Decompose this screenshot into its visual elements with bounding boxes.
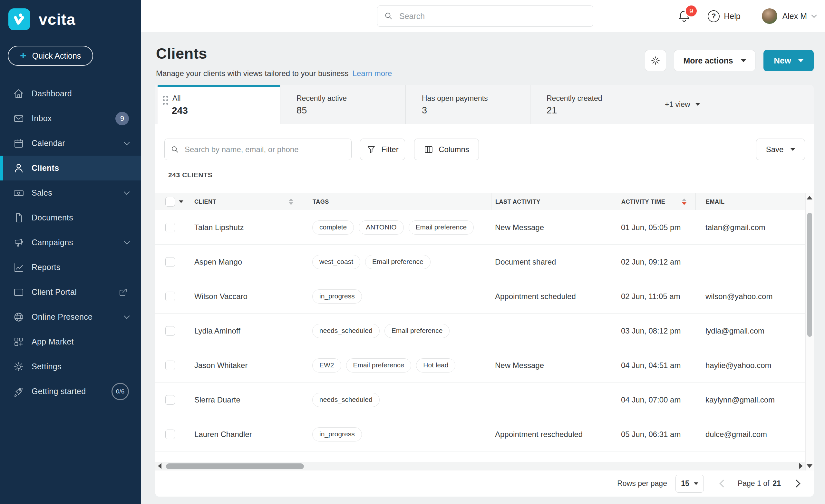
row-checkbox[interactable] (165, 223, 175, 232)
row-checkbox[interactable] (165, 326, 175, 336)
table-row[interactable]: Wilson Vaccaro in_progress Appointment s… (155, 279, 805, 313)
last-activity: New Message (491, 210, 611, 244)
view-settings-button[interactable] (645, 50, 666, 71)
quick-actions-button[interactable]: + Quick Actions (8, 46, 93, 66)
vcita-logo-icon (8, 8, 30, 30)
client-name[interactable]: Jason Whitaker (189, 348, 298, 382)
client-name[interactable]: Aspen Mango (189, 244, 298, 279)
views-tabstrip: All 243 Recently active 85 Has open paym… (155, 85, 814, 124)
brand-logo[interactable]: vcita (0, 0, 141, 30)
tag-pill: Hot lead (416, 358, 455, 372)
app-root: vcita + Quick Actions Dashboard Inbox 9 … (0, 0, 825, 504)
global-search[interactable] (377, 5, 593, 27)
column-header-activity-time[interactable]: ACTIVITY TIME (611, 193, 695, 210)
column-header-client[interactable]: CLIENT (189, 193, 298, 210)
select-options-caret[interactable] (179, 201, 183, 203)
row-checkbox[interactable] (165, 395, 175, 405)
horizontal-scrollbar[interactable] (155, 462, 805, 471)
sort-icon[interactable] (289, 199, 293, 205)
help-button[interactable]: ? Help (708, 10, 740, 22)
calendar-icon (13, 138, 24, 149)
sidebar-item-settings[interactable]: Settings (0, 354, 141, 379)
rows-per-page-select[interactable]: 15 (675, 475, 704, 493)
sidebar-item-reports[interactable]: Reports (0, 255, 141, 280)
scroll-right-arrow-icon[interactable] (799, 463, 803, 469)
client-search[interactable] (164, 139, 352, 160)
sidebar-item-client-portal[interactable]: Client Portal (0, 280, 141, 304)
client-name[interactable]: Lauren Chandler (189, 417, 298, 451)
scroll-up-arrow-icon[interactable] (807, 196, 812, 200)
column-header-email[interactable]: EMAIL (695, 193, 805, 210)
learn-more-link[interactable]: Learn more (353, 69, 392, 78)
home-icon (13, 88, 24, 99)
filter-button[interactable]: Filter (360, 139, 405, 160)
table-row[interactable]: Jason Whitaker EW2 Email preference Hot … (155, 348, 805, 382)
row-checkbox[interactable] (165, 430, 175, 439)
horizontal-scrollbar-thumb[interactable] (166, 463, 304, 469)
rocket-icon (13, 386, 24, 397)
activity-time: 05 Jun, 06:31 am (611, 417, 695, 451)
table-row[interactable]: Sierra Duarte needs_scheduled 04 Jun, 07… (155, 382, 805, 417)
sidebar-item-online-presence[interactable]: Online Presence (0, 304, 141, 329)
client-search-input[interactable] (185, 145, 346, 154)
scroll-down-arrow-icon[interactable] (807, 464, 812, 468)
next-page-button[interactable] (793, 480, 800, 487)
drag-handle-icon[interactable] (163, 96, 168, 105)
scroll-left-arrow-icon[interactable] (158, 463, 161, 469)
plus-icon: + (20, 50, 26, 61)
sidebar-item-campaigns[interactable]: Campaigns (0, 230, 141, 255)
column-header-last-activity[interactable]: LAST ACTIVITY (491, 193, 611, 210)
sidebar-item-documents[interactable]: Documents (0, 205, 141, 230)
tag-pill: in_progress (312, 427, 362, 441)
sidebar-item-calendar[interactable]: Calendar (0, 131, 141, 156)
sidebar-item-sales[interactable]: Sales (0, 181, 141, 205)
vertical-scrollbar[interactable] (805, 193, 814, 471)
more-actions-button[interactable]: More actions (674, 50, 755, 71)
columns-button[interactable]: Columns (414, 139, 479, 160)
last-activity (491, 313, 611, 348)
row-checkbox[interactable] (165, 292, 175, 301)
avatar (762, 8, 777, 24)
activity-time: 03 Jun, 08:12 pm (611, 313, 695, 348)
sidebar-item-clients[interactable]: Clients (0, 156, 141, 181)
client-email: haylie@yahoo.com (695, 348, 805, 382)
last-activity (491, 382, 611, 417)
client-name[interactable]: Wilson Vaccaro (189, 279, 298, 313)
save-view-button[interactable]: Save (756, 139, 805, 160)
tab-has-open-payments[interactable]: Has open payments 3 (405, 85, 530, 124)
previous-page-button[interactable] (719, 480, 727, 487)
sidebar-item-dashboard[interactable]: Dashboard (0, 81, 141, 106)
column-header-tags[interactable]: TAGS (298, 193, 491, 210)
notifications-button[interactable]: 9 (677, 9, 691, 23)
client-name[interactable]: Lydia Aminoff (189, 313, 298, 348)
caret-down-icon (798, 59, 804, 62)
table-row[interactable]: Talan Lipshutz complete ANTONIO Email pr… (155, 210, 805, 244)
row-checkbox[interactable] (165, 257, 175, 267)
table-row[interactable]: Lauren Chandler in_progress Appointment … (155, 417, 805, 451)
vertical-scrollbar-thumb[interactable] (807, 213, 812, 337)
new-button[interactable]: New (763, 50, 814, 71)
select-all-checkbox[interactable] (165, 197, 175, 207)
row-checkbox[interactable] (165, 361, 175, 370)
more-views-dropdown[interactable]: +1 view (655, 85, 732, 124)
global-search-input[interactable] (399, 12, 587, 21)
user-menu[interactable]: Alex M (762, 8, 816, 24)
tab-recently-active[interactable]: Recently active 85 (280, 85, 405, 124)
activity-time: 04 Jun, 07:00 am (611, 382, 695, 417)
tag-pill: in_progress (312, 289, 362, 303)
sidebar-item-getting-started[interactable]: Getting started 0/6 (0, 379, 141, 404)
sort-icon-active-desc[interactable] (682, 199, 686, 205)
sidebar-item-app-market[interactable]: App Market (0, 329, 141, 354)
tab-all[interactable]: All 243 (158, 85, 280, 124)
client-name[interactable]: Talan Lipshutz (189, 210, 298, 244)
activity-time: 02 Jun, 11:05 am (611, 279, 695, 313)
last-activity: Appointment rescheduled (491, 417, 611, 451)
clients-count-label: 243 CLIENTS (168, 171, 212, 179)
chevron-down-icon (124, 139, 130, 145)
table-row[interactable]: Aspen Mango west_coast Email preference … (155, 244, 805, 279)
sidebar-item-inbox[interactable]: Inbox 9 (0, 106, 141, 131)
tab-recently-created[interactable]: Recently created 21 (530, 85, 655, 124)
gear-icon (650, 55, 661, 66)
client-name[interactable]: Sierra Duarte (189, 382, 298, 417)
table-row[interactable]: Lydia Aminoff needs_scheduled Email pref… (155, 313, 805, 348)
